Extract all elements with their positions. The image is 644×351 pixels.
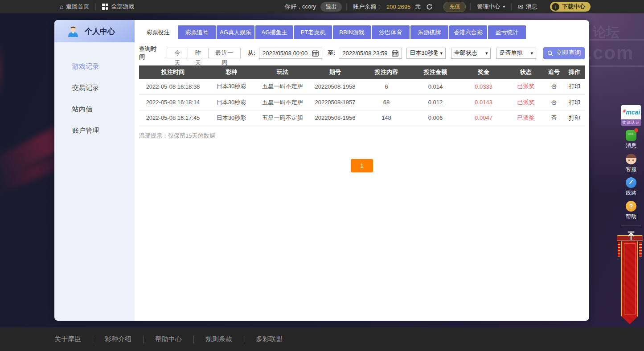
status-select[interactable]: 全部状态 ▾ bbox=[451, 48, 491, 59]
to-date-field bbox=[339, 48, 402, 59]
mcai-logo-text: mcai bbox=[626, 109, 640, 116]
quick-today-button[interactable]: 今天 bbox=[167, 48, 188, 58]
col-header-content: 投注内容 bbox=[361, 65, 412, 79]
col-header-issue: 期号 bbox=[309, 65, 361, 79]
calendar-icon[interactable] bbox=[392, 50, 398, 57]
widget-service-button[interactable]: 客服 bbox=[621, 154, 641, 173]
col-header-amount: 投注金额 bbox=[412, 65, 459, 79]
tab-lottery-bets[interactable]: 彩票投注 bbox=[139, 25, 177, 39]
cell-content: 68 bbox=[361, 94, 412, 110]
status-select-value: 全部状态 bbox=[454, 49, 477, 57]
chevron-down-icon: ▾ bbox=[440, 50, 443, 56]
from-date-field bbox=[259, 48, 322, 59]
divider bbox=[193, 335, 194, 343]
status-badge: 已派奖 bbox=[508, 79, 544, 94]
cell-issue: 20220508-1958 bbox=[309, 79, 361, 94]
back-to-top-button[interactable] bbox=[621, 225, 641, 243]
widget-lines-button[interactable]: 线路 bbox=[621, 177, 641, 197]
divider bbox=[244, 335, 244, 343]
cell-bet-time: 2022-05-08 16:17:45 bbox=[139, 110, 207, 126]
from-label: 从: bbox=[248, 49, 255, 57]
cell-chase: 否 bbox=[544, 94, 564, 110]
balance-value: 200.2695 bbox=[386, 4, 410, 10]
cell-issue: 20220508-1956 bbox=[309, 110, 361, 126]
tab-pt-slots[interactable]: PT老虎机 bbox=[294, 25, 332, 39]
tab-profit-stats[interactable]: 盈亏统计 bbox=[488, 25, 526, 39]
admin-center-menu[interactable]: 管理中心 ▾ bbox=[471, 0, 511, 13]
single-pick-select[interactable]: 是否单挑 ▾ bbox=[496, 48, 536, 59]
cell-play: 五星一码不定胆 bbox=[256, 94, 309, 110]
sidebar-menu: 游戏记录 交易记录 站内信 账户管理 bbox=[54, 42, 135, 141]
watermark-text: 论坛 bbox=[593, 23, 619, 41]
cell-prize: 0.0143 bbox=[459, 94, 508, 110]
download-center-button[interactable]: ↓ 下载中心 bbox=[550, 2, 591, 12]
sidebar-item-account-management[interactable]: 账户管理 bbox=[54, 120, 135, 141]
tab-ag-live[interactable]: AG真人娱乐 bbox=[217, 25, 254, 39]
refresh-balance-icon[interactable] bbox=[426, 4, 433, 10]
chevron-down-icon: ▾ bbox=[503, 4, 505, 9]
widget-messages-button[interactable]: 消息 bbox=[621, 130, 641, 150]
table-row: 2022-05-08 16:18:14 日本30秒彩 五星一码不定胆 20220… bbox=[139, 94, 585, 110]
cell-issue: 20220508-1957 bbox=[309, 94, 361, 110]
sidebar-header: 个人中心 bbox=[54, 20, 135, 42]
quick-yesterday-button[interactable]: 昨天 bbox=[188, 48, 209, 58]
footer-link-about[interactable]: 关于摩臣 bbox=[54, 335, 81, 343]
sidebar: 个人中心 游戏记录 交易记录 站内信 账户管理 bbox=[54, 20, 135, 321]
all-games-link[interactable]: 全部游戏 bbox=[96, 0, 140, 13]
to-date-input[interactable] bbox=[342, 50, 389, 57]
widget-help-button[interactable]: ? 帮助 bbox=[621, 201, 641, 220]
print-link[interactable]: 打印 bbox=[569, 114, 580, 121]
tab-leyou-chess[interactable]: 乐游棋牌 bbox=[410, 25, 448, 39]
footer-link-lottery-intro[interactable]: 彩种介绍 bbox=[105, 335, 131, 343]
lottery-select[interactable]: 日本30秒彩 ▾ bbox=[406, 48, 446, 59]
footer-link-help-center[interactable]: 帮助中心 bbox=[155, 335, 182, 343]
tab-saba-sports[interactable]: 沙巴体育 bbox=[372, 25, 410, 39]
tab-hk-mark6[interactable]: 香港六合彩 bbox=[449, 25, 487, 39]
messages-link[interactable]: ✉ 消息 bbox=[512, 0, 544, 13]
print-link[interactable]: 打印 bbox=[569, 83, 580, 90]
home-link[interactable]: ⌂ 返回首页 bbox=[53, 0, 95, 13]
query-submit-button[interactable]: 立即查询 bbox=[543, 47, 585, 59]
from-date-input[interactable] bbox=[263, 50, 309, 57]
sidebar-item-game-records[interactable]: 游戏记录 bbox=[54, 56, 135, 77]
cell-lottery: 日本30秒彩 bbox=[207, 94, 256, 110]
table-header-row: 投注时间 彩种 玩法 期号 投注内容 投注金额 奖金 状态 追号 操作 bbox=[139, 65, 585, 79]
retention-tip: 温馨提示：仅保留15天的数据 bbox=[139, 132, 585, 140]
tab-lottery-chase[interactable]: 彩票追号 bbox=[178, 25, 216, 39]
mcai-logo[interactable]: ❋mcai bbox=[621, 105, 641, 119]
print-link[interactable]: 打印 bbox=[569, 99, 580, 106]
tab-ag-fishing[interactable]: AG捕鱼王 bbox=[255, 25, 293, 39]
cell-content: 148 bbox=[361, 110, 412, 126]
cell-chase: 否 bbox=[544, 110, 564, 126]
grid-icon bbox=[102, 4, 108, 10]
footer-link-alliance[interactable]: 多彩联盟 bbox=[256, 335, 283, 343]
pagination-page-1[interactable]: 1 bbox=[351, 159, 373, 172]
divider bbox=[93, 335, 93, 343]
widget-help-label: 帮助 bbox=[621, 213, 641, 220]
table-row: 2022-05-08 16:17:45 日本30秒彩 五星一码不定胆 20220… bbox=[139, 110, 585, 126]
banner-scroll bbox=[621, 241, 638, 324]
tab-bar: 彩票投注 彩票追号 AG真人娱乐 AG捕鱼王 PT老虎机 BBIN游戏 沙巴体育… bbox=[139, 25, 585, 39]
to-label: 至: bbox=[328, 49, 335, 57]
cell-bet-time: 2022-05-08 16:18:14 bbox=[139, 94, 207, 110]
sidebar-item-transaction-records[interactable]: 交易记录 bbox=[54, 77, 135, 98]
messages-label: 消息 bbox=[526, 3, 537, 11]
cell-prize: 0.0333 bbox=[459, 79, 508, 94]
single-pick-select-value: 是否单挑 bbox=[499, 49, 522, 57]
calendar-icon[interactable] bbox=[312, 50, 319, 57]
logout-button[interactable]: 退出 bbox=[320, 2, 342, 12]
chevron-down-icon: ▾ bbox=[485, 50, 488, 56]
footer-link-rules[interactable]: 规则条款 bbox=[205, 335, 232, 343]
tab-bbin-games[interactable]: BBIN游戏 bbox=[333, 25, 371, 39]
sidebar-item-site-mail[interactable]: 站内信 bbox=[54, 98, 135, 120]
quick-range-group: 今天 昨天 最近一周 bbox=[167, 48, 240, 58]
quick-lastweek-button[interactable]: 最近一周 bbox=[208, 48, 241, 58]
customer-service-icon bbox=[626, 154, 636, 164]
home-link-label: 返回首页 bbox=[66, 3, 89, 11]
col-header-prize: 奖金 bbox=[459, 65, 508, 79]
recharge-button[interactable]: 充值 bbox=[443, 2, 466, 12]
user-avatar-icon bbox=[67, 25, 79, 37]
widget-lines-label: 线路 bbox=[621, 189, 641, 197]
footer: 关于摩臣 彩种介绍 帮助中心 规则条款 多彩联盟 bbox=[0, 327, 644, 351]
sidebar-title: 个人中心 bbox=[85, 26, 115, 37]
